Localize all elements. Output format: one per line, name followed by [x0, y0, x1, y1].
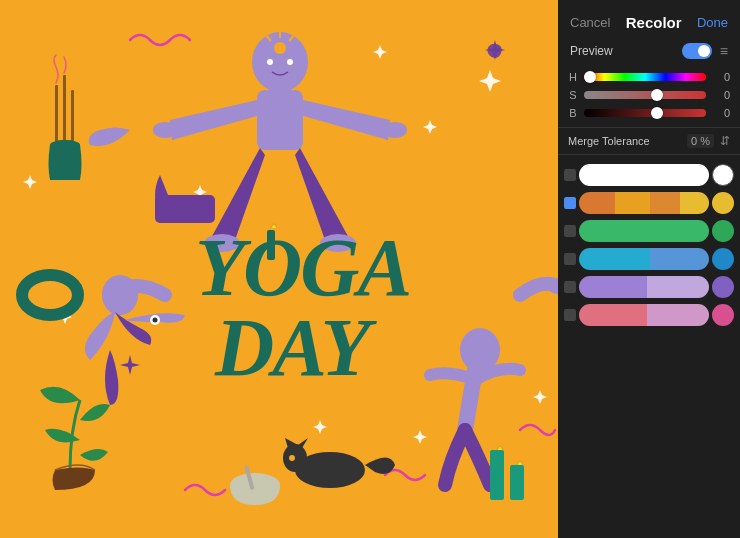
- svg-rect-2: [71, 90, 74, 145]
- swatch-bar-orange[interactable]: [579, 192, 709, 214]
- h-slider[interactable]: [584, 73, 706, 81]
- sliders-section: H 0 S 0 B 0: [558, 67, 740, 127]
- swatch-row-purple: [558, 273, 740, 301]
- svg-point-21: [283, 444, 307, 472]
- h-thumb[interactable]: [584, 71, 596, 83]
- swatch-bar-white[interactable]: [579, 164, 709, 186]
- svg-point-23: [230, 473, 280, 497]
- svg-rect-24: [244, 465, 254, 490]
- s-thumb[interactable]: [651, 89, 663, 101]
- svg-point-17: [102, 275, 138, 315]
- svg-point-11: [287, 59, 293, 65]
- swatch-row-green: [558, 217, 740, 245]
- svg-rect-12: [257, 90, 303, 150]
- svg-text:DAY: DAY: [214, 302, 377, 393]
- svg-text:YOGA: YOGA: [195, 222, 410, 313]
- swatch-row-icon-pink: [564, 309, 576, 321]
- svg-point-20: [295, 452, 365, 488]
- swatch-circle-pink[interactable]: [712, 304, 734, 326]
- s-slider-row: S 0: [568, 89, 730, 101]
- preview-toggle[interactable]: [682, 43, 712, 59]
- swatch-bar-teal[interactable]: [579, 248, 709, 270]
- svg-point-22: [289, 455, 295, 461]
- s-slider[interactable]: [584, 91, 706, 99]
- done-button[interactable]: Done: [697, 15, 728, 30]
- swatch-row-teal: [558, 245, 740, 273]
- svg-point-33: [153, 318, 158, 323]
- swatch-circle-orange[interactable]: [712, 192, 734, 214]
- menu-icon[interactable]: ≡: [720, 43, 728, 59]
- merge-tolerance-label: Merge Tolerance: [568, 135, 683, 147]
- svg-point-30: [102, 286, 122, 300]
- svg-rect-1: [63, 75, 66, 145]
- merge-tolerance-icon[interactable]: ⇵: [720, 134, 730, 148]
- h-value: 0: [712, 71, 730, 83]
- swatch-bar-purple[interactable]: [579, 276, 709, 298]
- svg-point-6: [274, 42, 286, 54]
- preview-row: Preview ≡: [558, 39, 740, 67]
- svg-point-10: [267, 59, 273, 65]
- svg-rect-26: [510, 465, 524, 500]
- panel: Cancel Recolor Done Preview ≡ H 0 S 0 B: [558, 0, 740, 538]
- h-slider-row: H 0: [568, 71, 730, 83]
- svg-point-13: [204, 234, 240, 252]
- swatch-row-icon-green: [564, 225, 576, 237]
- swatch-circle-purple[interactable]: [712, 276, 734, 298]
- svg-point-32: [150, 315, 160, 325]
- swatch-circle-teal[interactable]: [712, 248, 734, 270]
- svg-line-8: [264, 33, 271, 41]
- swatch-row-pink: [558, 301, 740, 329]
- svg-rect-29: [267, 230, 275, 260]
- swatch-row-orange: [558, 189, 740, 217]
- svg-point-16: [383, 122, 407, 138]
- panel-header: Cancel Recolor Done: [558, 0, 740, 39]
- svg-point-14: [320, 234, 356, 252]
- svg-point-5: [252, 32, 308, 92]
- swatches-area: [558, 155, 740, 538]
- b-thumb[interactable]: [651, 107, 663, 119]
- swatch-row-icon-purple: [564, 281, 576, 293]
- swatch-bar-pink[interactable]: [579, 304, 709, 326]
- merge-tolerance-value: 0 %: [687, 134, 714, 148]
- svg-point-3: [50, 140, 80, 150]
- b-slider[interactable]: [584, 109, 706, 117]
- panel-title: Recolor: [626, 14, 682, 31]
- swatch-row-icon-white: [564, 169, 576, 181]
- svg-point-4: [22, 275, 78, 315]
- svg-rect-25: [490, 450, 504, 500]
- swatch-circle-white[interactable]: [712, 164, 734, 186]
- cancel-button[interactable]: Cancel: [570, 15, 610, 30]
- b-value: 0: [712, 107, 730, 119]
- canvas-area: YOGA DAY: [0, 0, 560, 538]
- swatch-bar-green[interactable]: [579, 220, 709, 242]
- b-label: B: [568, 107, 578, 119]
- s-value: 0: [712, 89, 730, 101]
- swatch-circle-green[interactable]: [712, 220, 734, 242]
- swatch-row-icon-teal: [564, 253, 576, 265]
- h-label: H: [568, 71, 578, 83]
- swatch-row-icon-orange: [564, 197, 576, 209]
- merge-tolerance-row: Merge Tolerance 0 % ⇵: [558, 127, 740, 155]
- b-slider-row: B 0: [568, 107, 730, 119]
- svg-line-9: [289, 33, 296, 41]
- svg-rect-19: [155, 195, 215, 223]
- svg-rect-0: [55, 85, 58, 145]
- svg-point-18: [460, 328, 500, 372]
- s-label: S: [568, 89, 578, 101]
- preview-label: Preview: [570, 44, 674, 58]
- swatch-row-white: [558, 161, 740, 189]
- svg-point-15: [153, 122, 177, 138]
